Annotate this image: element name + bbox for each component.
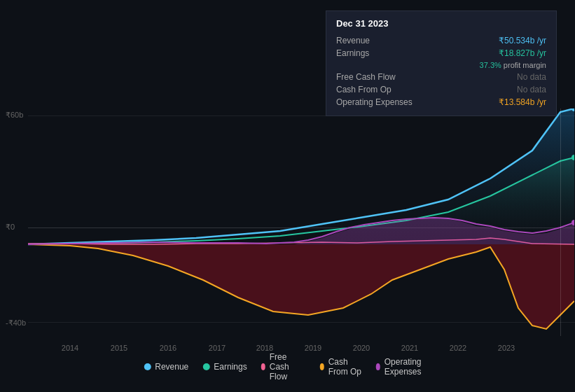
legend-dot-cashfromop <box>320 363 324 370</box>
tooltip-value-revenue: ₹50.534b /yr <box>499 36 546 46</box>
legend-dot-opex <box>376 363 380 370</box>
tooltip-row-fcf: Free Cash Flow No data <box>336 71 546 83</box>
tooltip-row-cashfromop: Cash From Op No data <box>336 83 546 96</box>
tooltip-label-revenue: Revenue <box>336 36 420 46</box>
tooltip-date: Dec 31 2023 <box>336 18 546 29</box>
tooltip-label-opex: Operating Expenses <box>336 97 420 107</box>
legend-label-cashfromop: Cash From Op <box>328 357 362 377</box>
legend-item-opex[interactable]: Operating Expenses <box>376 357 431 377</box>
legend-dot-revenue <box>144 363 151 370</box>
legend-item-fcf[interactable]: Free Cash Flow <box>261 352 306 382</box>
legend-label-earnings: Earnings <box>214 362 247 372</box>
x-label-2021: 2021 <box>401 344 418 352</box>
legend-item-earnings[interactable]: Earnings <box>202 362 247 372</box>
legend-dot-earnings <box>202 363 209 370</box>
x-label-2022: 2022 <box>450 344 466 352</box>
y-label-neg40b: -₹40b <box>6 318 26 328</box>
chart-container: Dec 31 2023 Revenue ₹50.534b /yr Earning… <box>0 0 575 392</box>
x-label-2020: 2020 <box>353 344 370 352</box>
x-label-2016: 2016 <box>160 344 176 352</box>
chart-svg <box>28 108 574 336</box>
x-label-2023: 2023 <box>498 344 515 352</box>
profit-margin: 37.3% profit margin <box>480 61 546 69</box>
tooltip-value-fcf: No data <box>517 72 546 82</box>
tooltip-label-fcf: Free Cash Flow <box>336 72 420 82</box>
profit-margin-row: 37.3% profit margin <box>336 59 546 71</box>
legend-item-revenue[interactable]: Revenue <box>144 362 188 372</box>
cursor-line <box>560 108 561 336</box>
x-label-2018: 2018 <box>256 344 273 352</box>
x-label-2015: 2015 <box>111 344 127 352</box>
legend-label-fcf: Free Cash Flow <box>270 352 306 382</box>
tooltip-box: Dec 31 2023 Revenue ₹50.534b /yr Earning… <box>326 10 557 116</box>
tooltip-value-cashfromop: No data <box>517 85 546 94</box>
tooltip-row-opex: Operating Expenses ₹13.584b /yr <box>336 96 546 108</box>
legend-item-cashfromop[interactable]: Cash From Op <box>320 357 362 377</box>
legend: Revenue Earnings Free Cash Flow Cash Fro… <box>144 352 431 382</box>
tooltip-row-earnings: Earnings ₹18.827b /yr <box>336 47 546 59</box>
y-label-zero: ₹0 <box>6 223 15 232</box>
tooltip-label-cashfromop: Cash From Op <box>336 85 420 94</box>
legend-label-revenue: Revenue <box>155 362 188 372</box>
x-label-2017: 2017 <box>209 344 226 352</box>
y-label-60b: ₹60b <box>6 111 23 120</box>
legend-dot-fcf <box>261 363 265 370</box>
tooltip-value-earnings: ₹18.827b /yr <box>499 48 546 58</box>
x-label-2019: 2019 <box>305 344 321 352</box>
tooltip-row-revenue: Revenue ₹50.534b /yr <box>336 34 546 47</box>
legend-label-opex: Operating Expenses <box>385 357 431 377</box>
x-label-2014: 2014 <box>62 344 78 352</box>
tooltip-value-opex: ₹13.584b /yr <box>499 97 546 107</box>
tooltip-label-earnings: Earnings <box>336 48 420 58</box>
